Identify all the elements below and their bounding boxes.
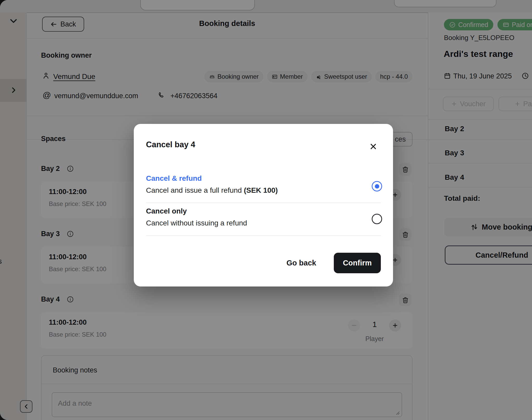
cancel-refund-option-label: Cancel & refund	[146, 174, 202, 183]
confirm-button[interactable]: Confirm	[334, 253, 381, 273]
cancel-only-option-desc: Cancel without issuing a refund	[146, 219, 247, 227]
cancel-refund-radio[interactable]	[372, 181, 382, 191]
cancel-refund-option-desc: Cancel and issue a full refund (SEK 100)	[146, 186, 278, 195]
screen: s Back Booking details Booking owner Vem…	[0, 0, 532, 420]
cancel-only-radio[interactable]	[372, 214, 382, 224]
go-back-button[interactable]: Go back	[279, 255, 323, 270]
cancel-bay-dialog: Cancel bay 4 Cancel & refund Cancel and …	[134, 124, 393, 286]
close-icon[interactable]	[368, 142, 378, 151]
cancel-only-option-label: Cancel only	[146, 207, 187, 215]
radio-dot	[375, 184, 379, 189]
dialog-title: Cancel bay 4	[146, 140, 195, 149]
divider	[146, 203, 381, 203]
divider	[146, 235, 381, 236]
